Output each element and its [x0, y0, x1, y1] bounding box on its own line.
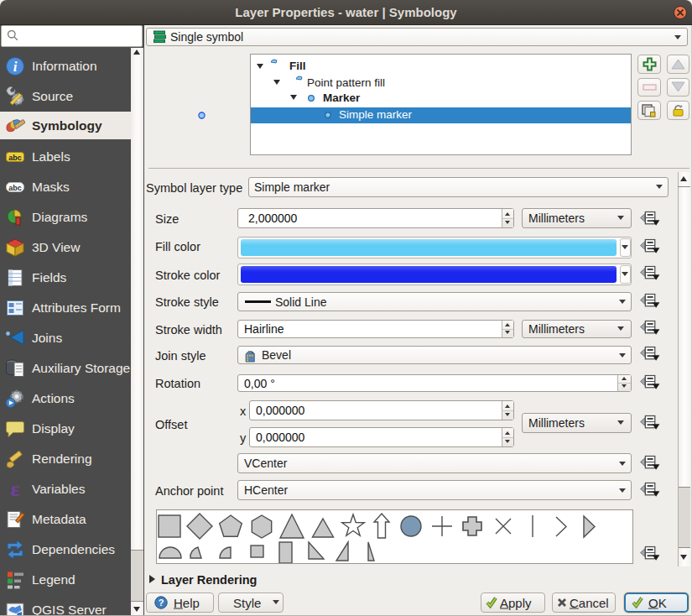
svg-text:ε: ε — [10, 479, 19, 499]
svg-text:?: ? — [159, 598, 164, 608]
svg-text:abc: abc — [8, 154, 22, 162]
svg-text:abc: abc — [8, 184, 22, 192]
svg-text:i: i — [13, 59, 18, 75]
